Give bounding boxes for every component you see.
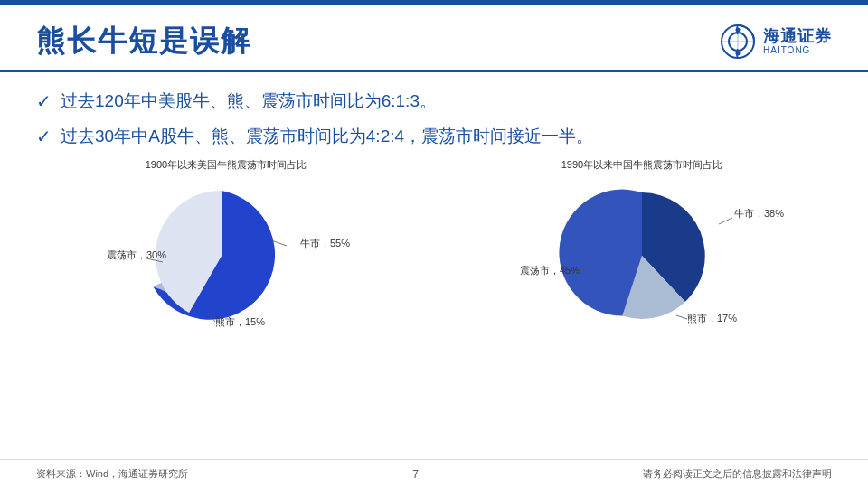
us-bear-label: 熊市，15%: [215, 316, 265, 327]
cn-bear-line: [676, 315, 687, 319]
logo-cn: 海通证券: [763, 28, 832, 46]
bullet-2: ✓ 过去30年中A股牛、熊、震荡市时间比为4:2:4，震荡市时间接近一半。: [36, 124, 832, 150]
us-pie-svg: 牛市，55% 熊市，15% 震荡市，30%: [90, 179, 362, 333]
logo-en: HAITONG: [763, 45, 810, 55]
cn-bull-label: 牛市，38%: [734, 208, 784, 219]
footer-source: 资料来源：Wind，海通证券研究所: [36, 467, 188, 481]
us-oscillate-label: 震荡市，30%: [107, 249, 166, 260]
cn-bear-label: 熊市，17%: [687, 313, 737, 324]
header: 熊长牛短是误解 海通证券 HAITONG: [0, 5, 868, 72]
content-area: ✓ 过去120年中美股牛、熊、震荡市时间比为6:1:3。 ✓ 过去30年中A股牛…: [0, 72, 868, 149]
charts-area: 1900年以来美国牛熊震荡市时间占比: [0, 158, 868, 333]
cn-bull-line: [719, 218, 732, 224]
footer-page: 7: [412, 468, 419, 481]
logo-area: 海通证券 HAITONG: [720, 23, 832, 60]
checkmark-1: ✓: [36, 90, 52, 112]
slide: 熊长牛短是误解 海通证券 HAITONG: [0, 0, 868, 488]
slide-title: 熊长牛短是误解: [36, 22, 251, 61]
cn-chart-container: 1990年以来中国牛熊震荡市时间占比: [452, 158, 832, 333]
bullet-1: ✓ 过去120年中美股牛、熊、震荡市时间比为6:1:3。: [36, 89, 832, 115]
cn-oscillate-label: 震荡市，45%: [520, 265, 580, 276]
cn-pie-wrapper: 牛市，38% 熊市，17% 震荡市，45%: [506, 179, 778, 333]
bullet-text-1: 过去120年中美股牛、熊、震荡市时间比为6:1:3。: [61, 89, 437, 115]
checkmark-2: ✓: [36, 126, 52, 147]
us-pie-wrapper: 牛市，55% 熊市，15% 震荡市，30%: [90, 179, 362, 333]
us-chart-container: 1900年以来美国牛熊震荡市时间占比: [36, 158, 416, 333]
footer-disclaimer: 请务必阅读正文之后的信息披露和法律声明: [643, 467, 832, 481]
us-chart-title: 1900年以来美国牛熊震荡市时间占比: [146, 158, 307, 172]
us-bull-label: 牛市，55%: [300, 238, 350, 249]
footer: 资料来源：Wind，海通证券研究所 7 请务必阅读正文之后的信息披露和法律声明: [0, 459, 868, 488]
cn-pie-svg: 牛市，38% 熊市，17% 震荡市，45%: [506, 179, 787, 333]
logo-text: 海通证券 HAITONG: [763, 28, 832, 56]
cn-chart-title: 1990年以来中国牛熊震荡市时间占比: [561, 158, 722, 172]
logo-icon: [720, 23, 756, 60]
bullet-text-2: 过去30年中A股牛、熊、震荡市时间比为4:2:4，震荡市时间接近一半。: [61, 124, 593, 150]
